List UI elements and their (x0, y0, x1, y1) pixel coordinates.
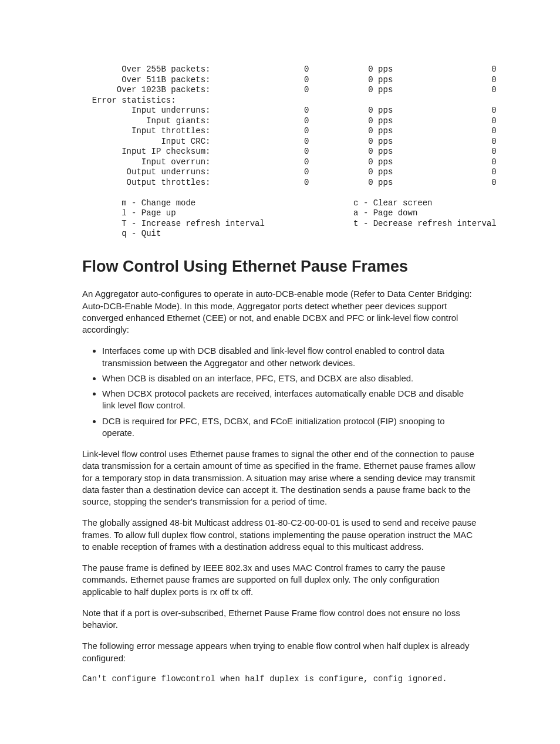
paragraph-oversub: Note that if a port is over-subscribed, … (82, 607, 478, 631)
paragraph-errnote: The following error message appears when… (82, 640, 478, 664)
paragraph-ieee: The pause frame is defined by IEEE 802.3… (82, 562, 478, 598)
paragraph-linklevel: Link-level flow control uses Ethernet pa… (82, 448, 478, 508)
paragraph-intro: An Aggregator auto-configures to operate… (82, 288, 478, 336)
error-message-line: Can't configure flowcontrol when half du… (82, 674, 478, 685)
list-item: Interfaces come up with DCB disabled and… (102, 345, 478, 369)
list-item: When DCBX protocol packets are received,… (102, 388, 478, 412)
bullet-list: Interfaces come up with DCB disabled and… (82, 345, 478, 439)
list-item: When DCB is disabled on an interface, PF… (102, 373, 478, 384)
paragraph-multicast: The globally assigned 48-bit Multicast a… (82, 517, 478, 553)
list-item: DCB is required for PFC, ETS, DCBX, and … (102, 415, 478, 439)
terminal-stats-block: Over 255B packets: 0 0 pps 0 Over 511B p… (82, 65, 478, 239)
section-heading: Flow Control Using Ethernet Pause Frames (82, 256, 478, 278)
